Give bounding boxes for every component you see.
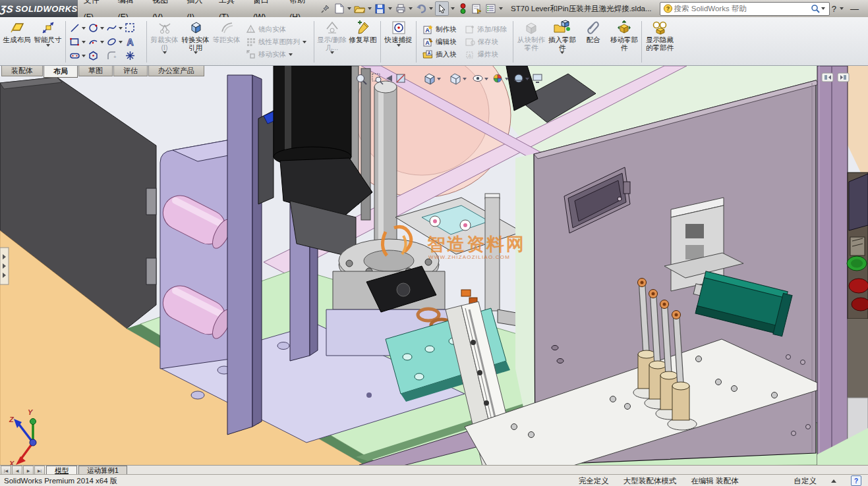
make-part-from-block-button[interactable]: 从块制作零件 <box>515 18 546 65</box>
status-customize[interactable]: 自定义 <box>794 476 817 486</box>
explode-block-button[interactable]: A 爆炸块 <box>462 48 510 61</box>
customize-caret-icon[interactable] <box>831 479 836 483</box>
offset-entities-button[interactable]: 等距实体 <box>211 18 242 65</box>
move-entities-button[interactable]: 移动实体 <box>243 48 310 61</box>
display-relations-caret-icon[interactable] <box>330 51 334 54</box>
generate-layout-button[interactable]: 生成布局 <box>1 18 32 65</box>
circle-tool[interactable] <box>88 21 106 35</box>
ellipse-tool[interactable] <box>106 35 125 49</box>
first-tab-icon[interactable]: |◀ <box>1 466 11 475</box>
polygon-tool[interactable] <box>88 49 106 63</box>
line-tool[interactable] <box>69 21 88 35</box>
slot-caret-icon[interactable] <box>82 55 86 57</box>
repair-sketch-button[interactable]: 修复草图 <box>347 18 378 65</box>
section-view-icon[interactable] <box>397 74 405 82</box>
tab-evaluate[interactable]: 评估 <box>113 66 148 76</box>
options-list-icon[interactable] <box>484 2 497 15</box>
search-caret-icon[interactable] <box>821 7 825 10</box>
collapse-right-icon[interactable] <box>838 73 849 82</box>
next-tab-icon[interactable]: ▶ <box>23 466 34 475</box>
frame-column-left[interactable] <box>227 75 262 435</box>
file-properties-icon[interactable] <box>471 2 483 15</box>
line-caret-icon[interactable] <box>82 27 86 30</box>
last-tab-icon[interactable]: ▶| <box>34 466 45 475</box>
circle-caret-icon[interactable] <box>100 27 104 30</box>
tab-office-products[interactable]: 办公室产品 <box>148 66 204 76</box>
edit-block-button[interactable]: A 编辑块 <box>420 36 459 48</box>
minimize-icon[interactable]: — <box>850 4 859 14</box>
smart-dimension-caret-icon[interactable] <box>46 44 50 47</box>
rectangle-caret-icon[interactable] <box>82 41 86 43</box>
tab-layout[interactable]: 布局 <box>43 66 78 78</box>
insert-components-button[interactable]: 插入零部件 <box>546 18 577 65</box>
search-magnifier-icon[interactable] <box>811 4 820 13</box>
tab-assembly[interactable]: 装配体 <box>1 66 43 76</box>
trim-entities-button[interactable]: 剪裁实体(I) <box>149 18 180 65</box>
insert-block-button[interactable]: A 插入块 <box>420 48 459 61</box>
new-caret-icon[interactable] <box>347 7 351 10</box>
control-panel[interactable] <box>847 173 868 465</box>
select-caret-icon[interactable] <box>451 7 455 10</box>
save-icon[interactable] <box>374 2 386 15</box>
collapse-left-icon[interactable] <box>822 73 833 82</box>
spline-caret-icon[interactable] <box>119 27 123 30</box>
text-tool[interactable]: A <box>125 35 143 49</box>
display-delete-relations-button[interactable]: 显示/删除几... <box>316 18 347 65</box>
explode-block-icon: A <box>465 49 475 59</box>
center-post[interactable] <box>374 81 397 255</box>
trim-caret-icon[interactable] <box>163 51 167 54</box>
show-hidden-components-button[interactable]: 显示隐藏的零部件 <box>644 18 675 65</box>
make-block-button[interactable]: A 制作块 <box>420 23 459 36</box>
undo-icon[interactable] <box>415 2 427 15</box>
pattern-caret-icon[interactable] <box>303 41 306 43</box>
smart-dimension-button[interactable]: 智能尺寸 <box>32 18 63 65</box>
arc-caret-icon[interactable] <box>100 41 104 43</box>
slot-tool[interactable] <box>69 49 88 63</box>
right-frame-column[interactable] <box>817 66 848 465</box>
move-component-button[interactable]: 移动零部件 <box>608 18 639 65</box>
quick-snaps-caret-icon[interactable] <box>397 44 401 47</box>
open-icon[interactable] <box>353 2 366 15</box>
help-caret-icon[interactable] <box>840 7 844 10</box>
motion-study-tab[interactable]: 运动算例1 <box>78 466 127 475</box>
save-block-button[interactable]: 保存块 <box>462 36 510 48</box>
fillet-tool[interactable]: + <box>106 49 125 63</box>
help-icon[interactable]: ? <box>832 4 836 14</box>
status-help-icon[interactable]: ? <box>851 475 861 486</box>
convert-caret-icon[interactable] <box>194 51 198 54</box>
print-icon[interactable] <box>394 2 407 15</box>
tab-sketch[interactable]: 草图 <box>78 66 113 76</box>
new-document-icon[interactable] <box>333 2 345 15</box>
convert-entities-button[interactable]: 转换实体引用 <box>180 18 211 65</box>
point-tool[interactable] <box>125 49 143 63</box>
model-scene[interactable]: Z Y X 智造资料网 WWW.ZHIZAOZILIAO.COM <box>0 66 868 465</box>
search-input[interactable] <box>673 4 811 13</box>
pin-menu-icon[interactable] <box>319 2 332 15</box>
insert-components-caret-icon[interactable] <box>560 51 564 54</box>
undo-caret-icon[interactable] <box>429 7 433 10</box>
linear-sketch-pattern-button[interactable]: 线性草图阵列 <box>243 36 310 48</box>
add-remove-button[interactable]: 添加/移除 <box>462 23 510 36</box>
options-caret-icon[interactable] <box>499 7 503 10</box>
select-arrow-icon[interactable] <box>435 1 449 16</box>
mirror-entities-button[interactable]: ! 镜向实体 <box>243 23 310 36</box>
mate-button[interactable]: 配合 <box>577 18 608 65</box>
spline-tool[interactable] <box>106 21 125 35</box>
quick-snaps-button[interactable]: 快速捕捉 <box>383 18 414 65</box>
red-button[interactable] <box>849 279 868 293</box>
arc-tool[interactable] <box>88 35 106 49</box>
save-caret-icon[interactable] <box>388 7 392 10</box>
prev-tab-icon[interactable]: ◀ <box>12 466 22 475</box>
search-box[interactable]: ? <box>660 2 830 16</box>
red-button[interactable] <box>852 298 868 311</box>
feature-tree-collapsed-strip[interactable] <box>0 248 9 284</box>
move-entities-caret-icon[interactable] <box>289 53 293 56</box>
ellipse-caret-icon[interactable] <box>119 41 123 43</box>
rebuild-stoplight-icon[interactable] <box>457 2 469 15</box>
print-caret-icon[interactable] <box>409 7 413 10</box>
graphics-area[interactable]: Z Y X 智造资料网 WWW.ZHIZAOZILIAO.COM <box>0 66 868 465</box>
open-caret-icon[interactable] <box>368 7 372 10</box>
sketch-picture-tool[interactable] <box>125 21 143 35</box>
model-tab[interactable]: 模型 <box>46 466 77 475</box>
rectangle-tool[interactable] <box>69 35 88 49</box>
